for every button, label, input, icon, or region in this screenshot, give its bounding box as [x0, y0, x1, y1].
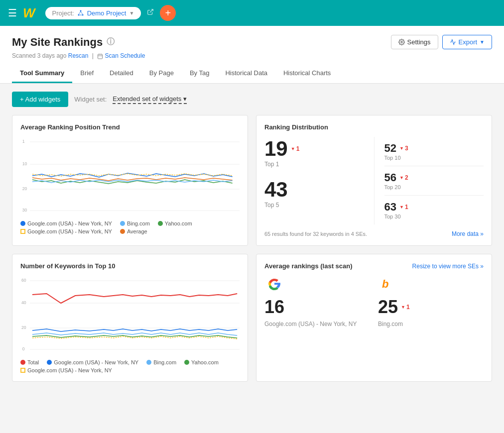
svg-text:30: 30	[22, 208, 27, 213]
svg-text:20: 20	[21, 325, 26, 330]
svg-text:0: 0	[22, 346, 25, 351]
keywords-top10-chart: 60 40 20 0	[20, 276, 240, 355]
more-data-link[interactable]: More data »	[452, 230, 484, 237]
top1-trend: ▼ 1	[291, 145, 300, 152]
tab-historical-charts[interactable]: Historical Charts	[275, 64, 339, 83]
page-title-row: My Site Rankings ⓘ Settings Export ▼	[12, 35, 492, 49]
export-dropdown-icon: ▼	[480, 39, 485, 45]
top30-stat: 63 ▼1 Top 30	[384, 196, 484, 224]
export-button[interactable]: Export ▼	[442, 35, 492, 49]
top10-stat: 52 ▼3 Top 10	[384, 137, 484, 166]
top20-trend: ▼2	[399, 174, 408, 181]
svg-text:10: 10	[22, 161, 27, 166]
scan-info: Scanned 3 days ago Rescan | Scan Schedul…	[12, 52, 492, 59]
top10-trend: ▼3	[399, 145, 408, 152]
keywords-top10-legend: Total Google.com (USA) - New York, NY Bi…	[20, 359, 240, 373]
svg-rect-8	[98, 54, 103, 59]
tabs: Tool Summary Brief Detailed By Page By T…	[12, 64, 492, 83]
svg-point-7	[400, 41, 402, 43]
ranking-dist-content: 19 ▼ 1 Top 1 43 Top 5	[264, 137, 484, 224]
export-icon	[450, 39, 456, 45]
ranking-footer-note: 65 results found for 32 keywords in 4 SE…	[264, 231, 367, 237]
top20-stat: 56 ▼2 Top 20	[384, 166, 484, 196]
legend-average: Average	[120, 228, 147, 234]
cards-grid: Average Ranking Position Trend 1 10 20 3…	[12, 115, 492, 382]
ranking-left: 19 ▼ 1 Top 1 43 Top 5	[264, 137, 375, 224]
avg-ranking-trend-card: Average Ranking Position Trend 1 10 20 3…	[12, 115, 248, 246]
widget-set-dropdown-icon: ▾	[183, 95, 187, 103]
svg-point-2	[82, 14, 83, 16]
widget-set-selector[interactable]: Extended set of widgets ▾	[113, 95, 187, 104]
project-dropdown-icon: ▼	[129, 10, 134, 16]
project-name: Demo Project	[87, 9, 126, 17]
page-header: My Site Rankings ⓘ Settings Export ▼ Sca…	[0, 26, 504, 84]
tab-by-page[interactable]: By Page	[141, 64, 182, 83]
avg-ranking-trend-chart: 1 10 20 30	[20, 137, 240, 216]
avg-rankings-card: Average rankings (last scan) Resize to v…	[256, 254, 492, 382]
top20-label: Top 20	[384, 184, 484, 190]
ranking-footer: 65 results found for 32 keywords in 4 SE…	[264, 230, 484, 237]
scan-schedule-link[interactable]: Scan Schedule	[105, 52, 145, 59]
project-icon	[77, 9, 84, 16]
top-navigation: ☰ W Project: Demo Project ▼ +	[0, 0, 504, 26]
tab-detailed[interactable]: Detailed	[102, 64, 141, 83]
top5-label: Top 5	[264, 202, 364, 209]
settings-icon	[398, 39, 405, 45]
top10-label: Top 10	[384, 155, 484, 161]
resize-link[interactable]: Resize to view more SEs »	[412, 263, 484, 270]
top1-label: Top 1	[264, 161, 364, 168]
settings-button[interactable]: Settings	[391, 35, 438, 49]
top20-number: 56 ▼2	[384, 171, 484, 184]
top10-number: 52 ▼3	[384, 142, 484, 155]
google-number: 16	[264, 297, 370, 318]
svg-point-1	[78, 14, 79, 16]
top1-stat: 19 ▼ 1 Top 1	[264, 137, 364, 168]
tab-by-tag[interactable]: By Tag	[182, 64, 218, 83]
tab-tool-summary[interactable]: Tool Summary	[12, 64, 72, 83]
bing-name: Bing.com	[378, 321, 484, 327]
help-icon[interactable]: ⓘ	[107, 37, 115, 47]
svg-line-4	[81, 11, 83, 14]
svg-line-6	[150, 9, 153, 12]
external-link-button[interactable]	[147, 8, 154, 17]
logo: W	[23, 5, 35, 21]
keywords-top10-card: Number of Keywords in Top 10 60 40 20 0	[12, 254, 248, 382]
svg-text:20: 20	[22, 186, 27, 191]
top5-stat: 43 Top 5	[264, 178, 364, 209]
bing-se-item: b 25 ▼1 Bing.com	[378, 274, 484, 327]
menu-icon[interactable]: ☰	[8, 7, 17, 19]
svg-line-3	[79, 11, 81, 14]
legend-yahoo2: Yahoo.com	[184, 359, 219, 365]
tab-brief[interactable]: Brief	[72, 64, 102, 83]
bing-trend: ▼1	[401, 304, 410, 311]
add-project-button[interactable]: +	[160, 5, 176, 21]
widget-set-prefix: Widget set:	[74, 96, 107, 103]
google-se-item: 16 Google.com (USA) - New York, NY	[264, 274, 370, 327]
add-widgets-button[interactable]: + Add widgets	[12, 92, 68, 107]
calendar-icon	[97, 53, 103, 59]
rescan-link[interactable]: Rescan	[68, 52, 89, 59]
legend-google-desktop: Google.com (USA) - New York, NY	[20, 228, 112, 234]
bing-logo: b	[378, 274, 398, 294]
project-selector[interactable]: Project: Demo Project ▼	[45, 7, 141, 19]
keywords-top10-title: Number of Keywords in Top 10	[20, 262, 240, 270]
legend-yahoo: Yahoo.com	[158, 220, 192, 226]
page-title: My Site Rankings ⓘ	[12, 36, 115, 49]
svg-text:1: 1	[22, 139, 25, 144]
ranking-distribution-card: Ranking Distribution 19 ▼ 1 Top 1	[256, 115, 492, 246]
google-name: Google.com (USA) - New York, NY	[264, 321, 370, 327]
svg-text:60: 60	[21, 278, 26, 283]
widget-set-name: Extended set of widgets	[113, 95, 181, 103]
ranking-distribution-title: Ranking Distribution	[264, 123, 484, 131]
avg-rankings-title: Average rankings (last scan)	[264, 262, 353, 270]
top30-label: Top 30	[384, 214, 484, 219]
tab-historical-data[interactable]: Historical Data	[217, 64, 275, 83]
svg-point-0	[80, 10, 81, 11]
top1-number: 19 ▼ 1	[264, 137, 364, 161]
widget-toolbar: + Add widgets Widget set: Extended set o…	[12, 92, 492, 107]
avg-ranking-trend-title: Average Ranking Position Trend	[20, 123, 240, 131]
svg-text:b: b	[382, 278, 388, 290]
top30-trend: ▼1	[399, 204, 408, 211]
bing-number: 25 ▼1	[378, 297, 484, 318]
top5-number: 43	[264, 178, 364, 202]
